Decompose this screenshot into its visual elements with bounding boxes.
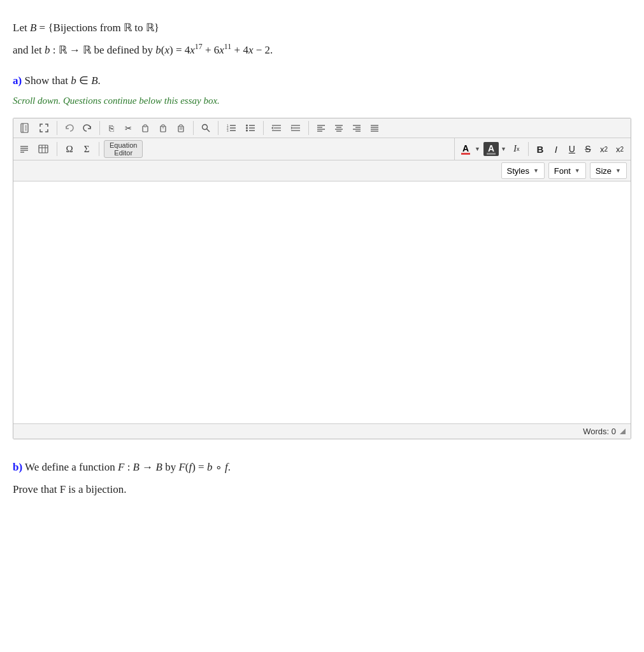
font-color-group: A ▼ [459, 142, 482, 156]
essay-editor: ⎘ ✂ T W 1. 2. 3. [13, 118, 631, 439]
svg-text:3.: 3. [227, 129, 229, 132]
svg-point-26 [246, 130, 248, 132]
strikethrough-btn[interactable]: S [581, 142, 595, 156]
underline-btn[interactable]: U [565, 142, 579, 156]
align-right-btn[interactable] [348, 120, 365, 136]
cut-btn[interactable]: ✂ [120, 120, 136, 136]
equation-editor-label: Equation Editor [110, 141, 137, 157]
superscript-btn[interactable]: x2 [613, 142, 627, 156]
svg-rect-6 [144, 125, 147, 127]
word-count-bar: Words: 0 [13, 423, 631, 439]
unordered-list-btn[interactable] [241, 120, 259, 136]
part-b-section: b) We define a function F : B → B by F(f… [13, 458, 631, 477]
equation-editor-btn[interactable]: Equation Editor [104, 140, 143, 158]
editor-content-area[interactable] [13, 181, 631, 423]
svg-point-24 [246, 125, 248, 127]
svg-line-14 [207, 129, 210, 132]
problem-intro-line1: Let B = {Bijections from ℝ to ℝ} [13, 19, 631, 38]
toolbar-spacer [145, 138, 454, 160]
part-a-question: a) Show that b ∈ B. [13, 72, 631, 90]
scroll-note: Scroll down. Questions continue below th… [13, 96, 631, 106]
part-b-label: b) We define a function F : B → B by F(f… [13, 461, 231, 473]
paste-word-btn[interactable]: W [173, 120, 189, 136]
sep5 [263, 121, 264, 135]
search-btn[interactable] [197, 120, 214, 136]
align-left-btn[interactable] [313, 120, 329, 136]
omega-btn[interactable]: Ω [62, 141, 77, 157]
italic-btn[interactable]: I [549, 142, 563, 156]
resize-handle[interactable] [620, 429, 626, 434]
svg-point-13 [203, 125, 208, 130]
problem-intro-line2: and let b : ℝ → ℝ be defined by b(x) = 4… [13, 40, 631, 60]
font-dropdown[interactable]: Font ▼ [548, 162, 586, 179]
sep3 [193, 121, 194, 135]
part-b-line2: Prove that F is a bijection. [13, 481, 631, 499]
font-color-icon: A [461, 144, 470, 155]
svg-text:T: T [162, 126, 164, 130]
sep9 [528, 142, 529, 156]
bg-color-icon: A [487, 144, 496, 155]
paste-text-btn[interactable]: T [155, 120, 171, 136]
sep1 [57, 121, 57, 135]
font-color-btn[interactable]: A [459, 142, 473, 156]
styles-arrow: ▼ [533, 167, 539, 174]
svg-rect-53 [39, 145, 48, 153]
redo-btn[interactable] [79, 120, 96, 136]
svg-rect-0 [21, 124, 28, 132]
outdent-btn[interactable] [268, 120, 285, 136]
size-arrow: ▼ [615, 167, 621, 174]
toolbar-row2-left: Ω Σ Equation Editor [13, 138, 145, 160]
toolbar-row2-right: A ▼ A ▼ Ix [454, 138, 631, 160]
justify-btn[interactable] [366, 120, 383, 136]
size-label: Size [596, 166, 612, 176]
styles-label: Styles [507, 166, 529, 176]
svg-text:W: W [180, 127, 183, 131]
font-label: Font [554, 166, 571, 176]
part-a-label: a) [13, 74, 22, 87]
svg-point-25 [246, 127, 248, 129]
clear-format-sub: x [517, 146, 520, 152]
paste-btn[interactable] [137, 120, 154, 136]
bg-color-btn[interactable]: A [483, 142, 499, 156]
sep6 [308, 121, 309, 135]
toolbar-row3: Styles ▼ Font ▼ Size ▼ [13, 160, 631, 181]
size-dropdown[interactable]: Size ▼ [590, 162, 627, 179]
undo-btn[interactable] [61, 120, 78, 136]
align-lines-btn[interactable] [16, 141, 32, 157]
bg-color-group: A ▼ [483, 142, 508, 156]
font-color-arrow-btn[interactable]: ▼ [473, 142, 482, 156]
toolbar-row2: Ω Σ Equation Editor A [13, 138, 631, 160]
word-count-label: Words: 0 [583, 427, 616, 436]
align-center-btn[interactable] [331, 120, 347, 136]
sep2 [99, 121, 100, 135]
indent-btn[interactable] [287, 120, 304, 136]
table-btn[interactable] [34, 141, 52, 157]
bg-color-arrow-btn[interactable]: ▼ [499, 142, 508, 156]
expand-btn[interactable] [35, 120, 53, 136]
copy-btn[interactable]: ⎘ [104, 120, 119, 136]
clear-format-btn[interactable]: Ix [510, 142, 524, 156]
subscript-btn[interactable]: x2 [597, 142, 611, 156]
sep4 [218, 121, 218, 135]
sigma-btn[interactable]: Σ [79, 141, 94, 157]
notebook-btn[interactable] [16, 120, 34, 136]
sep8 [99, 142, 99, 156]
bold-btn[interactable]: B [533, 142, 547, 156]
toolbar-row1: ⎘ ✂ T W 1. 2. 3. [13, 118, 631, 138]
ordered-list-btn[interactable]: 1. 2. 3. [222, 120, 240, 136]
sep7 [57, 142, 57, 156]
font-arrow: ▼ [575, 167, 580, 174]
styles-dropdown[interactable]: Styles ▼ [501, 162, 545, 179]
